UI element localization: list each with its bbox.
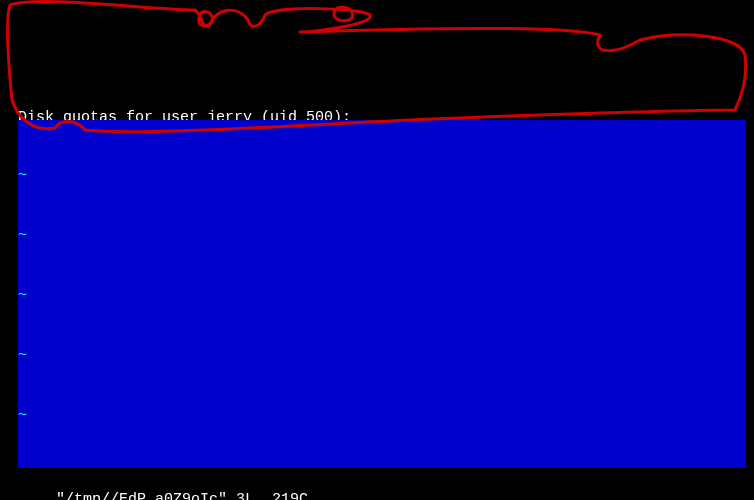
empty-line-marker: ~ xyxy=(18,226,746,246)
status-text: "/tmp//EdP.a0Z9oIc" 3L, 219C xyxy=(56,491,308,500)
empty-line-marker: ~ xyxy=(18,406,746,426)
editor-body[interactable]: ~ ~ ~ ~ ~ ~ ~ ~ ~ ~ ~ ~ ~ ~ ~ ~ xyxy=(18,120,746,468)
terminal-window[interactable]: Disk quotas for user jerry (uid 500): Fi… xyxy=(0,0,754,500)
vi-status-bar: "/tmp//EdP.a0Z9oIc" 3L, 219C xyxy=(18,470,746,492)
empty-line-marker: ~ xyxy=(18,286,746,306)
empty-line-marker: ~ xyxy=(18,166,746,186)
empty-line-marker: ~ xyxy=(18,346,746,366)
